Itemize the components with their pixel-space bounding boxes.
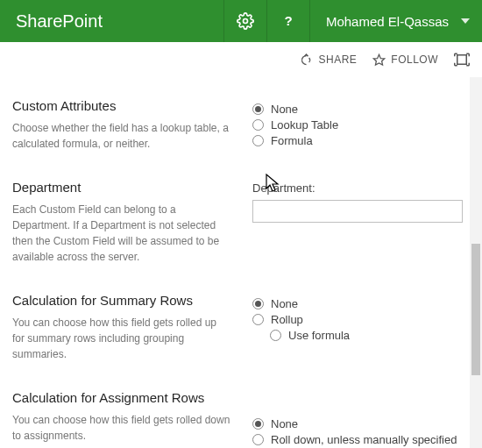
svg-rect-3 [457,55,467,65]
section-title: Calculation for Summary Rows [12,293,231,308]
svg-marker-2 [374,54,386,65]
star-icon [372,53,386,67]
section-custom-attributes: Custom Attributes Choose whether the fie… [12,86,463,167]
section-description: You can choose how this field gets rolle… [12,412,231,444]
section-description: Each Custom Field can belong to a Depart… [12,202,231,265]
radio-summary-none[interactable] [252,298,264,309]
fullscreen-icon [454,53,470,67]
radio-custom-none[interactable] [252,103,264,115]
department-field-label: Department: [252,181,463,195]
share-button[interactable]: SHARE [300,53,357,67]
radio-label: Rollup [271,313,303,326]
section-assignment-rows: Calculation for Assignment Rows You can … [12,378,463,448]
share-icon [300,53,313,67]
section-title: Department [12,180,231,195]
radio-label: None [271,297,298,310]
radio-label: Lookup Table [271,118,338,132]
suite-bar: SharePoint ? Mohamed El-Qassas [0,0,482,42]
radio-custom-lookup[interactable] [252,119,264,131]
share-label: SHARE [318,53,357,66]
department-input[interactable] [252,200,463,223]
radio-label: None [271,417,298,430]
radio-summary-formula[interactable] [270,330,281,341]
section-title: Custom Attributes [12,98,231,113]
chevron-down-icon [461,18,470,24]
radio-label: None [271,103,298,116]
user-name: Mohamed El-Qassas [326,14,449,29]
scrollbar-track[interactable] [470,77,482,448]
radio-assign-none[interactable] [252,418,264,430]
gear-icon [237,12,254,30]
follow-label: FOLLOW [391,53,438,66]
section-department: Department Each Custom Field can belong … [12,167,463,281]
section-title: Calculation for Assignment Rows [12,390,231,405]
radio-assign-rolldown[interactable] [252,434,264,445]
radio-label: Formula [271,134,313,147]
form-body: Custom Attributes Choose whether the fie… [0,77,482,448]
radio-label: Roll down, unless manually specified [271,433,457,446]
svg-point-0 [243,19,247,24]
radio-custom-formula[interactable] [252,135,264,146]
section-description: Choose whether the field has a lookup ta… [12,120,231,152]
radio-label: Use formula [288,329,350,342]
settings-button[interactable] [224,0,266,42]
command-bar: SHARE FOLLOW [0,42,482,77]
svg-text:?: ? [284,13,292,28]
section-summary-rows: Calculation for Summary Rows You can cho… [12,281,463,378]
help-icon: ? [280,12,297,30]
brand: SharePoint [0,0,118,42]
radio-summary-rollup[interactable] [252,314,264,325]
scrollbar-thumb[interactable] [471,244,480,375]
help-button[interactable]: ? [267,0,309,42]
follow-button[interactable]: FOLLOW [372,53,438,67]
focus-button[interactable] [454,53,470,67]
section-description: You can choose how this field gets rolle… [12,315,231,362]
user-menu[interactable]: Mohamed El-Qassas [310,0,482,42]
